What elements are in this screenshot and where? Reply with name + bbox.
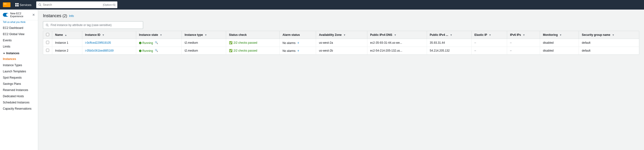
top-navigation: aws Services [Option+S] — [0, 0, 644, 10]
select-all-header[interactable] — [43, 31, 52, 39]
instances-section-label: Instances — [6, 52, 19, 55]
checks-passed-label: 2/2 checks passed — [234, 49, 257, 52]
sidebar-nav: EC2 Dashboard EC2 Global View Events Lim… — [0, 25, 38, 112]
search-shortcut: [Option+S] — [103, 3, 116, 6]
row-public-dns: ec2-54-214-205-132.us... — [367, 47, 427, 55]
table-row: Instance 2 i-05b0c061bed885169 ● Running… — [43, 47, 639, 55]
page-title: Instances (2) — [43, 13, 67, 18]
row-elastic-ip: – — [471, 39, 507, 47]
col-status-check[interactable]: Status check — [226, 31, 280, 39]
state-label: Running — [142, 41, 153, 45]
row-monitoring: disabled — [540, 39, 579, 47]
col-elastic-ip[interactable]: Elastic IP ▼ — [471, 31, 507, 39]
sort-public-dns-icon: ▼ — [394, 34, 396, 36]
filter-input[interactable] — [50, 23, 140, 27]
new-experience-toggle-row: New EC2 Experience ✕ — [0, 10, 38, 20]
row-status-check: ✅ 2/2 checks passed — [226, 39, 280, 47]
col-instance-state[interactable]: Instance state ▼ — [136, 31, 182, 39]
aws-logo[interactable]: aws — [3, 3, 10, 7]
col-public-ipv4-label: Public IPv4 ... — [430, 33, 448, 37]
zoom-icons[interactable]: 🔍 — [155, 49, 158, 52]
state-label: Running — [142, 49, 153, 53]
col-security-group-label: Security group name — [582, 33, 610, 37]
row-public-dns: ec2-35-93-31-44.us-we... — [367, 39, 427, 47]
row-alarm-status: No alarms + — [280, 39, 316, 47]
sidebar-item-spot-requests[interactable]: Spot Requests — [0, 75, 38, 81]
new-experience-toggle[interactable] — [3, 13, 9, 17]
sidebar-item-dedicated-hosts[interactable]: Dedicated Hosts — [0, 93, 38, 99]
sort-ipv4-icon: ▼ — [450, 34, 452, 36]
services-button[interactable]: Services — [13, 2, 34, 8]
page-header: Instances (2) Info — [43, 13, 639, 18]
add-alarm-icon[interactable]: + — [297, 41, 299, 45]
checks-passed-label: 2/2 checks passed — [234, 41, 257, 44]
col-instance-id-label: Instance ID — [85, 33, 100, 37]
row-name: Instance 2 — [52, 47, 82, 55]
sidebar-item-ec2-dashboard[interactable]: EC2 Dashboard — [0, 25, 38, 31]
instances-section-header[interactable]: ▼ Instances — [0, 50, 38, 56]
col-public-dns-label: Public IPv4 DNS — [370, 33, 392, 37]
col-public-ipv4[interactable]: Public IPv4 ... ▼ — [427, 31, 471, 39]
sort-monitoring-icon: ▼ — [560, 34, 562, 36]
col-alarm-status[interactable]: Alarm status — [280, 31, 316, 39]
sidebar-item-instance-types[interactable]: Instance Types — [0, 62, 38, 68]
instance-id-link[interactable]: i-0cffced229f919105 — [85, 41, 111, 44]
table-header-row: Name ▲ Instance ID ▼ Instance state ▼ — [43, 31, 639, 39]
sidebar-item-scheduled-instances[interactable]: Scheduled Instances — [0, 99, 38, 106]
instance-count: (2) — [62, 14, 67, 18]
instance-filter-bar[interactable] — [43, 21, 143, 29]
search-input[interactable] — [43, 3, 91, 7]
col-alarm-status-label: Alarm status — [282, 33, 300, 37]
filter-search-icon — [46, 23, 49, 27]
row-status-check: ✅ 2/2 checks passed — [226, 47, 280, 55]
toggle-sub-link[interactable]: Tell us what you think — [0, 20, 38, 25]
add-alarm-icon[interactable]: + — [297, 49, 299, 53]
status-check-passed: ✅ 2/2 checks passed — [229, 49, 257, 52]
row-instance-type: t2.medium — [182, 39, 226, 47]
row-security-group: default — [579, 39, 639, 47]
col-instance-id[interactable]: Instance ID ▼ — [82, 31, 136, 39]
col-ipv6[interactable]: IPv6 IPs ▼ — [507, 31, 540, 39]
instance-id-link[interactable]: i-05b0c061bed885169 — [85, 49, 114, 52]
col-instance-type[interactable]: Instance type ▼ — [182, 31, 226, 39]
sidebar-item-events[interactable]: Events — [0, 37, 38, 44]
col-status-check-label: Status check — [229, 33, 247, 37]
info-link[interactable]: Info — [69, 14, 74, 18]
grid-icon — [15, 3, 18, 7]
col-name[interactable]: Name ▲ — [52, 31, 82, 39]
row-state: ● Running 🔍 — [136, 39, 182, 47]
sort-name-icon: ▲ — [65, 34, 67, 36]
sidebar-item-reserved-instances[interactable]: Reserved Instances — [0, 87, 38, 93]
col-instance-state-label: Instance state — [139, 33, 158, 37]
col-security-group[interactable]: Security group name ▼ — [579, 31, 639, 39]
sidebar-item-capacity-reservations[interactable]: Capacity Reservations — [0, 106, 38, 112]
row-state: ● Running 🔍 — [136, 47, 182, 55]
sidebar-item-savings-plans[interactable]: Savings Plans — [0, 81, 38, 87]
row-instance-id: i-05b0c061bed885169 — [82, 47, 136, 55]
row-alarm-status: No alarms + — [280, 47, 316, 55]
row-checkbox-0[interactable] — [46, 41, 49, 44]
col-az[interactable]: Availability Zone ▼ — [316, 31, 367, 39]
global-search-bar[interactable]: [Option+S] — [36, 2, 117, 8]
running-dot-icon: ● — [139, 50, 142, 52]
col-az-label: Availability Zone — [319, 33, 342, 37]
row-checkbox-1[interactable] — [46, 49, 49, 52]
status-check-passed: ✅ 2/2 checks passed — [229, 41, 257, 44]
sort-state-icon: ▼ — [160, 34, 162, 36]
close-sidebar-button[interactable]: ✕ — [32, 13, 35, 17]
running-dot-icon: ● — [139, 42, 142, 44]
row-security-group: default — [579, 47, 639, 55]
svg-text:aws: aws — [4, 3, 7, 5]
select-all-checkbox[interactable] — [46, 33, 49, 36]
sidebar-item-limits[interactable]: Limits — [0, 44, 38, 50]
row-checkbox-cell[interactable] — [43, 47, 52, 55]
svg-line-4 — [48, 26, 48, 26]
col-monitoring[interactable]: Monitoring ▼ — [540, 31, 579, 39]
zoom-icons[interactable]: 🔍 — [155, 41, 158, 44]
sort-az-icon: ▼ — [344, 34, 346, 36]
sidebar-item-instances[interactable]: Instances — [0, 56, 38, 62]
sidebar-item-launch-templates[interactable]: Launch Templates — [0, 68, 38, 75]
row-checkbox-cell[interactable] — [43, 39, 52, 47]
col-public-dns[interactable]: Public IPv4 DNS ▼ — [367, 31, 427, 39]
sidebar-item-ec2-global-view[interactable]: EC2 Global View — [0, 31, 38, 37]
